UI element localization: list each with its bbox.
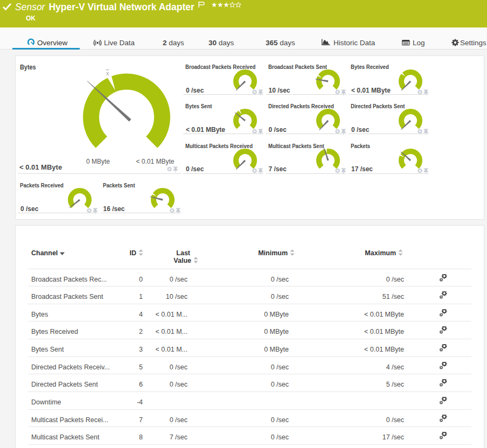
svg-text:x: x (106, 70, 109, 76)
